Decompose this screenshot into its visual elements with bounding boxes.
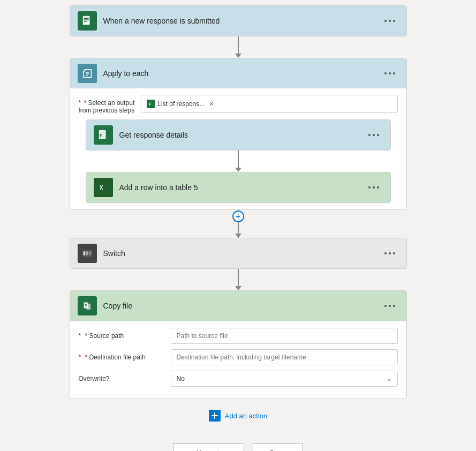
copy-file-title: Copy file (103, 302, 381, 310)
overwrite-value: No (177, 375, 185, 382)
arrow-2 (235, 269, 241, 290)
add-row-more-button[interactable] (365, 184, 383, 191)
svg-text:F: F (99, 133, 102, 138)
get-response-icon: F (94, 125, 113, 145)
apply-each-header[interactable]: Apply to each (70, 58, 406, 88)
plus-arrow-head (235, 234, 241, 238)
tag-icon: F (147, 100, 155, 108)
get-response-more-button[interactable] (365, 131, 383, 139)
get-response-step: F Get response details (86, 119, 391, 151)
svg-text:F: F (149, 102, 152, 106)
switch-step: Switch (70, 238, 407, 269)
copy-file-form: * * Source path * * Destination file pat… (70, 321, 406, 399)
svg-text:F: F (87, 21, 90, 26)
apply-each-icon (78, 64, 97, 83)
add-action-area[interactable]: Add an action (209, 399, 268, 427)
apply-each-more-button[interactable] (381, 70, 399, 77)
trigger-more-button[interactable] (381, 17, 399, 25)
arrow-inner-1 (235, 151, 241, 172)
source-path-input[interactable] (171, 328, 398, 344)
apply-each-body: * * Select an output from previous steps… (70, 88, 406, 209)
arrow-1 (235, 36, 241, 58)
overwrite-select[interactable]: No ⌄ (171, 371, 398, 387)
overwrite-label: Overwrite? (79, 375, 164, 382)
tag-text: List of respons... (157, 100, 205, 108)
add-action-label: Add an action (225, 412, 268, 420)
svg-rect-1 (84, 18, 88, 19)
copy-file-step: Copy file * * Source path * * Destinatio… (70, 290, 407, 399)
dest-path-input[interactable] (171, 349, 398, 365)
new-step-button[interactable]: + New step (173, 443, 244, 451)
add-row-header[interactable]: X Add a row into a table 5 (86, 172, 390, 202)
overwrite-row: Overwrite? No ⌄ (79, 371, 398, 387)
select-output-row: * * Select an output from previous steps… (79, 95, 398, 114)
tag-close-button[interactable]: ✕ (209, 100, 214, 108)
get-response-header[interactable]: F Get response details (86, 120, 390, 150)
add-row-title: Add a row into a table 5 (119, 183, 365, 192)
apply-each-container: Apply to each * * Select an output from … (70, 58, 407, 210)
svg-rect-3 (84, 21, 87, 21)
add-row-step: X Add a row into a table 5 (86, 172, 391, 203)
switch-more-button[interactable] (381, 250, 399, 257)
arrow-head-1 (235, 54, 241, 58)
switch-title: Switch (103, 249, 381, 258)
svg-rect-2 (84, 19, 88, 20)
apply-each-title: Apply to each (103, 69, 381, 78)
copy-file-more-button[interactable] (381, 302, 399, 310)
trigger-title: When a new response is submitted (103, 17, 381, 25)
svg-text:X: X (99, 185, 103, 191)
trigger-step-header[interactable]: F When a new response is submitted (70, 6, 406, 36)
save-button[interactable]: Save (253, 443, 303, 451)
source-path-label: * * Source path (79, 332, 164, 340)
switch-icon (78, 244, 97, 263)
source-path-row: * * Source path (79, 328, 398, 344)
get-response-title: Get response details (119, 131, 365, 139)
plus-circle-button[interactable]: + (232, 211, 244, 222)
trigger-step: F When a new response is submitted (70, 5, 407, 36)
output-tag-input[interactable]: F List of respons... ✕ (141, 95, 397, 113)
arrow-with-plus: + (70, 210, 407, 238)
switch-header[interactable]: Switch (70, 238, 406, 268)
bottom-bar: + New step Save (43, 443, 433, 451)
add-row-icon: X (94, 178, 113, 197)
svg-rect-12 (83, 251, 85, 255)
arrow-line-1 (238, 36, 239, 54)
svg-rect-14 (89, 251, 91, 255)
inner-steps: F Get response details (79, 119, 398, 203)
overwrite-chevron-icon: ⌄ (387, 375, 392, 382)
trigger-icon: F (78, 11, 97, 31)
list-responses-tag: F List of respons... ✕ (147, 100, 214, 108)
dest-path-row: * * Destination file path (79, 349, 398, 365)
select-output-label: * * Select an output from previous steps (79, 95, 135, 114)
svg-rect-13 (86, 251, 88, 255)
svg-rect-17 (86, 304, 90, 310)
copy-file-icon (78, 296, 97, 315)
dest-path-label: * * Destination file path (79, 354, 164, 361)
copy-file-header[interactable]: Copy file (70, 291, 406, 321)
add-action-icon (209, 410, 221, 422)
